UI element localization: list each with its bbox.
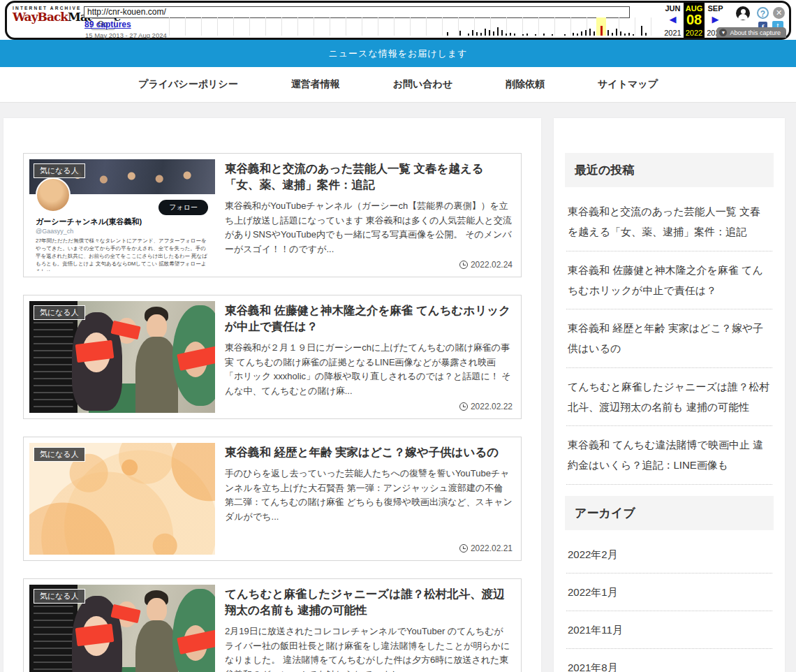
about-this-capture-label: About this capture	[730, 29, 781, 36]
recent-posts-heading: 最近の投稿	[565, 153, 774, 187]
category-badge[interactable]: 気になる人	[34, 447, 85, 462]
article-title-link[interactable]: 東谷義和 経歴と年齢 実家はどこ？嫁や子供はいるの	[225, 444, 513, 460]
recent-post-item[interactable]: てんちむと麻雀したジャニーズは誰？松村北斗、渡辺翔太の名前も 逮捕の可能性	[566, 368, 772, 427]
recent-post-item[interactable]: 東谷義和 経歴と年齢 実家はどこ？嫁や子供はいるの	[566, 309, 772, 368]
article-card: 気になる人 フォロー ガーシーチャンネル(東谷義和) @Gaasyy_ch 27…	[23, 153, 522, 277]
sidebar: 最近の投稿 東谷義和と交流のあった芸能人一覧 文春を越える「女、薬、逮捕」案件：…	[554, 118, 785, 672]
article-title-link[interactable]: てんちむと麻雀したジャニーズは誰？松村北斗、渡辺翔太の名前も 逮捕の可能性	[225, 586, 513, 618]
article-thumbnail-mahjong[interactable]: 気になる人	[29, 585, 215, 672]
clock-icon	[459, 544, 468, 553]
current-capture-column: AUG 08 2022	[684, 3, 705, 38]
category-badge[interactable]: 気になる人	[34, 589, 85, 604]
archive-item[interactable]: 2022年1月	[566, 574, 772, 611]
nav-item-operator-info[interactable]: 運営者情報	[291, 78, 340, 91]
category-badge[interactable]: 気になる人	[34, 305, 85, 320]
capture-date-range: 15 May 2013 - 27 Aug 2024	[85, 31, 167, 39]
article-date: 2022.02.21	[471, 543, 513, 553]
recent-post-item[interactable]: 東谷義和 てんちむ違法賭博で映画中止 違約金はいくら？追記：LINE画像も	[566, 426, 772, 485]
twitter-profile-handle: @Gaasyy_ch	[36, 228, 215, 235]
archive-item[interactable]: 2022年2月	[566, 536, 772, 574]
main-navigation: プライバシーポリシー 運営者情報 お問い合わせ 削除依頼 サイトマップ	[0, 67, 796, 103]
recent-post-item[interactable]: 東谷義和 佐藤健と神木隆之介を麻雀 てんちむホリックが中止で責任は？	[566, 251, 772, 310]
account-icon[interactable]	[736, 6, 750, 20]
prev-year-label[interactable]: 2021	[662, 29, 684, 37]
article-title-link[interactable]: 東谷義和と交流のあった芸能人一覧 文春を越える「女、薬、逮捕」案件：追記	[225, 161, 513, 193]
close-icon[interactable]: ✕	[773, 7, 785, 19]
wayback-logo[interactable]: INTERNET ARCHIVE WayBackMachine	[7, 3, 80, 38]
twitter-profile-bio: 27年間ただただ無償で様々なタレントにアテンド、アフターフォローをやってきた。い…	[36, 238, 209, 271]
article-date: 2022.02.24	[471, 260, 513, 270]
category-badge[interactable]: 気になる人	[34, 163, 85, 178]
article-card: 気になる人 東谷義和 佐藤健と神木隆之介を麻雀 てんちむホリックが中止で責任は？…	[23, 295, 522, 419]
article-excerpt: 手のひらを返し去っていった芸能人たちへの復讐を誓いYouTubeチャンネルを立ち…	[225, 467, 513, 524]
archive-list: 2022年2月 2022年1月 2021年11月 2021年8月 2021年7月	[566, 536, 772, 672]
chevron-down-icon: ▼	[719, 29, 727, 36]
article-excerpt: 2月19日に放送されたコレコレチャンネルでYouTuber のてんちむがライバー…	[225, 624, 513, 672]
captures-count-link[interactable]: 89 captures	[84, 20, 131, 29]
archive-item[interactable]: 2021年11月	[566, 611, 772, 649]
archive-heading: アーカイブ	[565, 496, 774, 530]
article-excerpt: 東谷義和が２月１９日にガーシーchに上げたてんちむの賭け麻雀の事実 てんちむの賭…	[225, 341, 513, 398]
wayback-toolbar-wrap: INTERNET ARCHIVE WayBackMachine Go 89 ca…	[0, 0, 796, 40]
prev-capture-arrow-icon[interactable]: ◀	[662, 13, 684, 27]
current-year-label: 2022	[684, 29, 705, 37]
article-date: 2022.02.22	[471, 402, 513, 411]
site-tagline-banner: ニュースな情報をお届けします	[0, 40, 796, 67]
nav-item-privacy-policy[interactable]: プライバシーポリシー	[138, 78, 238, 91]
article-card: 気になる人 東谷義和 経歴と年齢 実家はどこ？嫁や子供はいるの 手のひらを返し去…	[23, 437, 522, 561]
archive-item[interactable]: 2021年8月	[566, 649, 772, 672]
article-thumbnail-mahjong[interactable]: 気になる人	[29, 301, 215, 413]
prev-month-label[interactable]: JUN	[662, 4, 684, 13]
recent-posts-list: 東谷義和と交流のあった芸能人一覧 文春を越える「女、薬、逮捕」案件：追記 東谷義…	[566, 193, 772, 485]
article-card: 気になる人 てんちむと麻雀したジャニーズは誰？松村北斗、渡辺翔太の名前も 逮捕の…	[23, 578, 522, 672]
clock-icon	[459, 261, 468, 269]
article-thumbnail-twitter-profile[interactable]: 気になる人 フォロー ガーシーチャンネル(東谷義和) @Gaasyy_ch 27…	[29, 159, 215, 271]
wayback-toolbar: INTERNET ARCHIVE WayBackMachine Go 89 ca…	[5, 1, 791, 40]
article-thumbnail-abstract[interactable]: 気になる人	[29, 443, 215, 555]
nav-item-sitemap[interactable]: サイトマップ	[598, 78, 658, 91]
article-excerpt: 東谷義和がYouTubeチャンネル（ガーシーch【芸能界の裏側】）を立ち上げ放送…	[225, 199, 513, 256]
article-list-panel: 気になる人 フォロー ガーシーチャンネル(東谷義和) @Gaasyy_ch 27…	[3, 118, 541, 672]
twitter-profile-name: ガーシーチャンネル(東谷義和)	[36, 217, 215, 227]
article-title-link[interactable]: 東谷義和 佐藤健と神木隆之介を麻雀 てんちむホリックが中止で責任は？	[225, 302, 513, 335]
wayback-url-input[interactable]	[84, 6, 630, 18]
nav-item-contact[interactable]: お問い合わせ	[393, 78, 452, 91]
help-icon[interactable]: ?	[757, 7, 769, 19]
about-this-capture[interactable]: ▼ About this capture	[716, 27, 786, 38]
site-tagline: ニュースな情報をお届けします	[328, 48, 467, 60]
nav-item-deletion-request[interactable]: 削除依頼	[506, 78, 545, 91]
recent-post-item[interactable]: 東谷義和と交流のあった芸能人一覧 文春を越える「女、薬、逮捕」案件：追記	[566, 193, 772, 251]
twitter-avatar	[36, 177, 71, 212]
capture-sparkline-bars[interactable]	[445, 17, 656, 36]
clock-icon	[459, 402, 468, 411]
wayback-logo-way: WayBack	[13, 10, 68, 24]
wayback-center: Go 89 captures 15 May 2013 - 27 Aug 2024	[80, 3, 662, 38]
next-month-label[interactable]: SEP	[705, 4, 726, 13]
current-day-label: 08	[684, 13, 705, 27]
twitter-follow-button: フォロー	[159, 200, 208, 215]
prev-capture-column: JUN ◀ 2021	[662, 3, 684, 38]
content-area: 気になる人 フォロー ガーシーチャンネル(東谷義和) @Gaasyy_ch 27…	[0, 103, 796, 672]
next-capture-arrow-icon[interactable]: ▶	[705, 13, 726, 27]
